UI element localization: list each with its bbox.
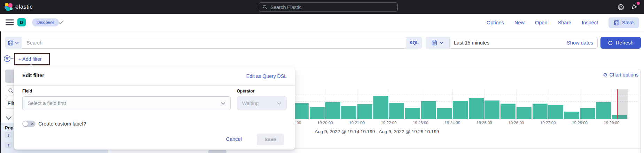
search-icon (263, 5, 267, 10)
save-icon (614, 20, 619, 25)
discover-page: ⚙ Chart options 19:19:0019:20:0019:21:00… (0, 0, 644, 153)
histogram-bar[interactable] (596, 102, 611, 119)
field-label: Field (22, 89, 32, 94)
histogram-bar[interactable] (310, 107, 325, 119)
gridline-vertical (612, 89, 612, 119)
field-combobox[interactable]: Select a field first (22, 96, 231, 110)
space-avatar[interactable]: D (17, 18, 26, 26)
chevron-down-icon (277, 102, 281, 105)
inspect-button[interactable]: Inspect (582, 20, 598, 25)
options-button[interactable]: Options (487, 20, 504, 25)
toolbar-actions: Options New Open Share Inspect Save (487, 14, 639, 31)
add-filter-button[interactable]: + Add filter (14, 53, 50, 65)
x-icon (31, 122, 34, 125)
histogram-bar[interactable] (533, 104, 548, 119)
popover-divider (14, 85, 295, 86)
chart-options-label: Chart options (610, 72, 638, 78)
save-filter-button-disabled: Save (257, 134, 284, 145)
histogram-bar[interactable] (357, 104, 372, 119)
x-axis-tick-label: 19:25:00 (468, 121, 500, 125)
histogram-bar[interactable] (421, 101, 436, 119)
menu-icon[interactable] (6, 19, 14, 25)
x-axis-tick-label: 19:24:00 (437, 121, 468, 125)
brand-name: elastic (15, 3, 33, 10)
notification-dot (637, 2, 640, 5)
global-header: elastic (0, 0, 644, 14)
histogram-bar[interactable] (548, 105, 563, 119)
x-axis-tick-label: 19:28:00 (564, 121, 596, 125)
share-button[interactable]: Share (558, 20, 571, 25)
x-axis-tick-label: 19:21:00 (341, 121, 373, 125)
custom-label-text: Create custom label? (38, 121, 86, 127)
x-axis-tick-label: 19:20:00 (309, 121, 341, 125)
gear-icon: ⚙ (603, 72, 607, 77)
x-axis-tick-label: 19:26:00 (501, 121, 532, 125)
check-icon[interactable] (59, 20, 64, 25)
histogram-bar[interactable] (389, 103, 404, 119)
chart-options-button[interactable]: ⚙ Chart options (592, 72, 638, 78)
histogram-bar[interactable] (469, 98, 484, 119)
histogram-bar[interactable] (437, 108, 452, 119)
histogram-bar[interactable] (517, 107, 532, 119)
histogram-bar[interactable] (294, 103, 309, 119)
histogram-bar[interactable] (564, 112, 579, 119)
cancel-button[interactable]: Cancel (226, 136, 242, 142)
histogram-bar[interactable] (484, 100, 499, 119)
custom-label-toggle[interactable] (22, 121, 36, 127)
histogram-bar[interactable] (405, 108, 420, 119)
x-axis-tick-label: 19:23:00 (405, 121, 436, 125)
new-button[interactable]: New (514, 20, 525, 25)
global-search-input[interactable] (270, 5, 394, 10)
operator-label: Operator (237, 89, 255, 94)
popover-title: Edit filter (22, 73, 44, 78)
breadcrumb[interactable]: Discover (32, 18, 59, 26)
open-button[interactable]: Open (535, 20, 547, 25)
table-header-fragment (208, 150, 226, 153)
toggle-knob (23, 121, 28, 126)
operator-combobox-disabled: Waiting (237, 96, 287, 110)
histogram-bar[interactable] (325, 102, 340, 119)
elastic-logo[interactable] (5, 3, 13, 11)
edit-as-query-dsl-link[interactable]: Edit as Query DSL (246, 73, 287, 79)
x-axis-tick-label: 19:22:00 (373, 121, 404, 125)
x-axis-tick-label: 19:29:00 (596, 121, 627, 125)
partial-bucket-shade (618, 89, 628, 119)
save-button[interactable]: Save (608, 17, 639, 28)
edit-filter-popover: Edit filter Edit as Query DSL Field Sele… (14, 67, 295, 150)
histogram-bar[interactable] (341, 106, 356, 119)
x-axis-tick-label: 19:27:00 (532, 121, 564, 125)
histogram-bar[interactable] (580, 108, 595, 119)
histogram-bar[interactable] (373, 96, 388, 119)
histogram-bar[interactable] (453, 101, 468, 119)
chevron-down-icon (221, 102, 225, 105)
global-search-box[interactable] (259, 2, 398, 12)
current-time-marker (617, 89, 618, 119)
help-icon[interactable] (618, 4, 624, 10)
histogram-bar[interactable] (501, 104, 515, 119)
newsfeed-icon[interactable] (631, 3, 640, 11)
